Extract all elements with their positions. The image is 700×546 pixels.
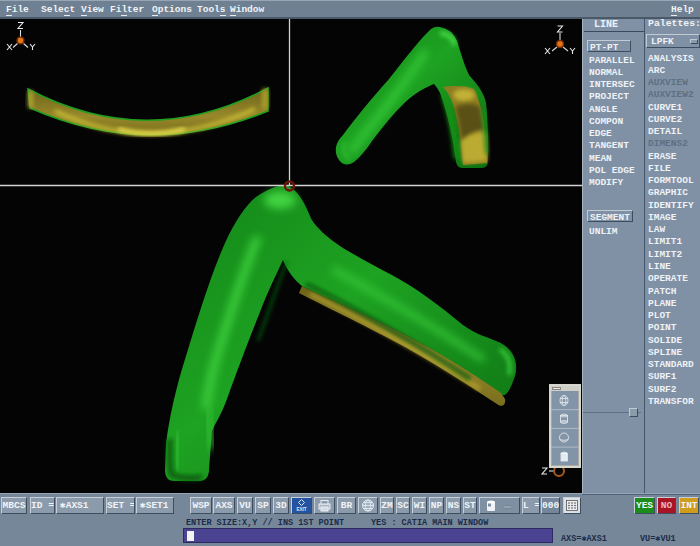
svg-text:EXIT: EXIT	[296, 507, 306, 512]
